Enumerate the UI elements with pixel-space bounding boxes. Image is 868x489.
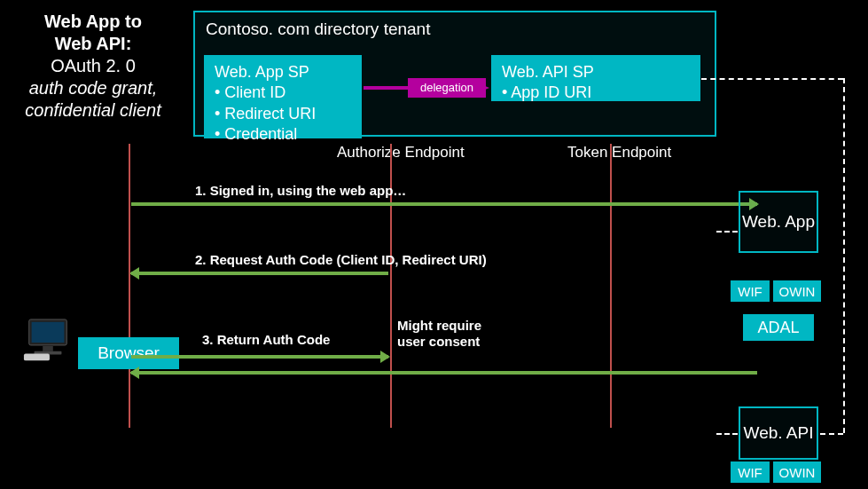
browser-lifeline [129,144,130,428]
wif-chip: WIF [731,461,770,483]
step3-label: 3. Return Auth Code [202,332,330,347]
svg-rect-6 [24,354,50,361]
owin-chip: OWIN [773,461,821,483]
token-endpoint-label: Token Endpoint [567,144,671,162]
webapi-sp-list: App ID URI [502,83,690,103]
webapi-box: Web. API [739,406,818,460]
step3-note: Might require user consent [397,318,481,350]
webapp-sp-item: Client ID [215,83,351,103]
wif-chip: WIF [731,280,770,302]
diagram-title: Web App to Web API: OAuth 2. 0 auth code… [4,11,182,122]
title-line5: confidential client [4,99,182,122]
title-line1: Web App to [4,11,182,33]
webapi-sp-item: App ID URI [502,83,690,103]
step3-arrow-top [131,355,388,359]
dashed-connector [843,78,845,433]
svg-rect-3 [32,322,65,343]
monitor-icon [22,318,74,362]
webapi-sp-title: Web. API SP [502,62,690,83]
dashed-connector [716,231,738,233]
token-lifeline [610,144,612,428]
step1-arrow [131,202,757,206]
webapp-sp-list: Client ID Redirect URI Credential [215,83,351,145]
webapp-sp-item: Redirect URI [215,104,351,124]
webapp-box: Web. App [739,191,818,253]
adal-chip: ADAL [743,314,814,341]
browser-box: Browser [78,337,179,369]
webapp-sp-item: Credential [215,124,351,145]
svg-rect-4 [43,346,53,351]
webapp-sp-title: Web. App SP [215,62,351,83]
owin-chip: OWIN [773,280,821,302]
step3-arrow-bottom [131,371,757,375]
step2-label: 2. Request Auth Code (Client ID, Redirec… [195,252,487,267]
step2-arrow [131,272,388,275]
delegation-label: delegation [408,78,486,98]
webapi-sp-box: Web. API SP App ID URI [491,55,700,101]
title-line4: auth code grant, [4,77,182,99]
authorize-endpoint-label: Authorize Endpoint [337,144,465,162]
dashed-connector [716,433,738,435]
webapp-sp-box: Web. App SP Client ID Redirect URI Crede… [204,55,362,138]
dashed-connector [701,78,843,80]
tenant-title: Contoso. com directory tenant [206,20,704,39]
title-line2: Web API: [4,33,182,55]
step1-label: 1. Signed in, using the web app… [195,183,406,198]
title-line3: OAuth 2. 0 [4,55,182,77]
dashed-connector [820,433,843,435]
